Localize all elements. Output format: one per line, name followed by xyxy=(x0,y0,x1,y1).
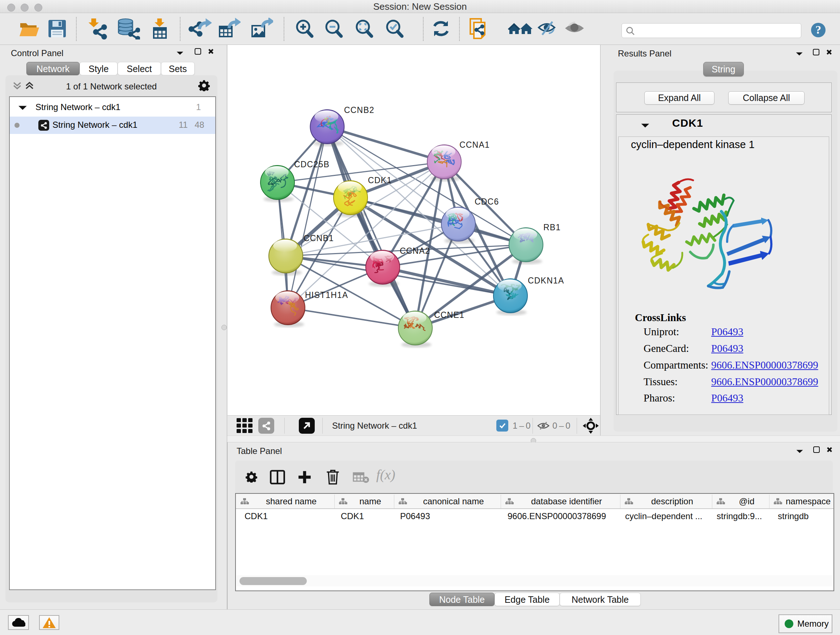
svg-text:CCNB1: CCNB1 xyxy=(303,233,334,243)
svg-text:CCNB2: CCNB2 xyxy=(344,105,374,115)
svg-text:RB1: RB1 xyxy=(543,223,561,232)
svg-text:?: ? xyxy=(815,23,821,36)
svg-text:HIST1H1A: HIST1H1A xyxy=(305,290,348,300)
svg-text:CCNE1: CCNE1 xyxy=(434,310,464,320)
svg-text:CDC6: CDC6 xyxy=(475,197,499,206)
svg-text:CDKN1A: CDKN1A xyxy=(528,276,564,285)
svg-text:CCNA2: CCNA2 xyxy=(400,246,430,256)
svg-text:CDC25B: CDC25B xyxy=(294,160,330,169)
svg-text:CDK1: CDK1 xyxy=(368,176,392,185)
svg-text:CCNA1: CCNA1 xyxy=(459,140,490,149)
